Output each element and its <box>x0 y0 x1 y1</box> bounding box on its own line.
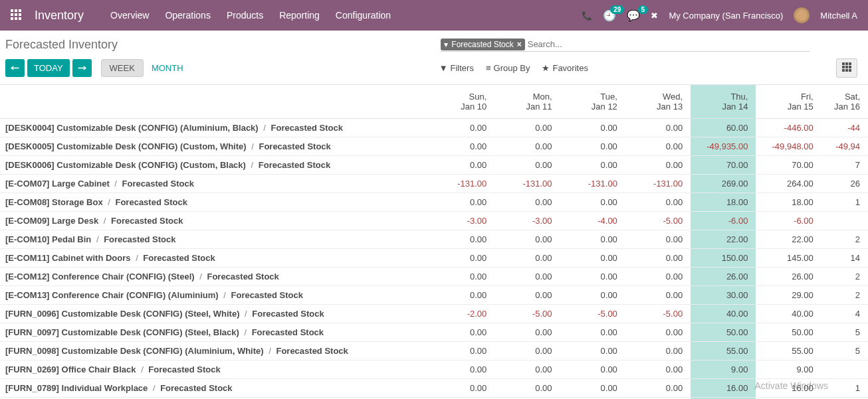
table-row[interactable]: [FURN_0098] Customizable Desk (CONFIG) (… <box>0 342 868 360</box>
menu-overview[interactable]: Overview <box>110 10 149 21</box>
cell-value[interactable]: 0.00 <box>560 119 625 137</box>
filters-button[interactable]: ▼Filters <box>439 63 474 73</box>
cell-value[interactable]: 0.00 <box>429 137 494 156</box>
cell-value[interactable]: 30.00 <box>691 286 756 305</box>
cell-value[interactable]: 26 <box>821 175 868 193</box>
cell-value[interactable]: -3.00 <box>429 212 494 230</box>
cell-value[interactable]: -5.00 <box>625 305 691 323</box>
cell-value[interactable]: 0.00 <box>625 379 691 398</box>
cell-value[interactable]: -49,935.00 <box>691 137 756 156</box>
table-row[interactable]: [FURN_0096] Customizable Desk (CONFIG) (… <box>0 305 868 323</box>
facet-remove-icon[interactable]: × <box>517 40 522 49</box>
grid-view-icon[interactable] <box>836 58 857 78</box>
cell-value[interactable]: 0.00 <box>560 193 625 212</box>
avatar[interactable] <box>794 7 810 23</box>
cell-value[interactable]: -6.00 <box>691 212 756 230</box>
cell-value[interactable]: 0.00 <box>429 360 494 379</box>
cell-value[interactable]: 269.00 <box>691 175 756 193</box>
cell-value[interactable]: 0.00 <box>429 286 494 305</box>
phone-icon[interactable]: 📞 <box>582 11 592 21</box>
table-row[interactable]: [E-COM11] Cabinet with Doors / Forecaste… <box>0 249 868 268</box>
cell-value[interactable]: 0.00 <box>625 230 691 249</box>
today-button[interactable]: TODAY <box>27 59 70 77</box>
scale-month[interactable]: MONTH <box>144 59 191 77</box>
table-row[interactable]: [DESK0004] Customizable Desk (CONFIG) (A… <box>0 119 868 137</box>
cell-value[interactable]: 0.00 <box>625 137 691 156</box>
table-row[interactable]: [E-COM12] Conference Chair (CONFIG) (Ste… <box>0 268 868 286</box>
cell-value[interactable]: 0.00 <box>560 249 625 268</box>
cell-value[interactable]: 29.00 <box>756 286 821 305</box>
cell-value[interactable]: 0.00 <box>560 379 625 398</box>
table-row[interactable]: [DESK0005] Customizable Desk (CONFIG) (C… <box>0 137 868 156</box>
cell-value[interactable]: 22.00 <box>691 230 756 249</box>
tools-icon[interactable]: ✖ <box>651 11 658 21</box>
cell-value[interactable]: 0.00 <box>494 379 560 398</box>
table-row[interactable]: [FURN_0097] Customizable Desk (CONFIG) (… <box>0 323 868 342</box>
next-button[interactable]: 🡒 <box>72 59 92 77</box>
cell-value[interactable]: 18.00 <box>756 193 821 212</box>
cell-value[interactable]: 0.00 <box>494 268 560 286</box>
cell-value[interactable]: 0.00 <box>560 342 625 360</box>
cell-value[interactable]: 0.00 <box>560 286 625 305</box>
cell-value[interactable]: 0.00 <box>429 323 494 342</box>
cell-value[interactable]: 26.00 <box>756 268 821 286</box>
cell-value[interactable]: 0.00 <box>494 342 560 360</box>
cell-value[interactable]: 0.00 <box>560 137 625 156</box>
apps-icon[interactable] <box>11 9 23 21</box>
cell-value[interactable]: 9.00 <box>756 360 821 379</box>
prev-button[interactable]: 🡐 <box>5 59 25 77</box>
search-input[interactable] <box>528 37 810 51</box>
cell-value[interactable]: 0.00 <box>429 119 494 137</box>
cell-value[interactable]: -2.00 <box>429 305 494 323</box>
cell-value[interactable]: 2 <box>821 286 868 305</box>
cell-value[interactable]: -6.00 <box>756 212 821 230</box>
cell-value[interactable]: 264.00 <box>756 175 821 193</box>
cell-value[interactable]: 0.00 <box>494 137 560 156</box>
cell-value[interactable]: 0.00 <box>560 323 625 342</box>
cell-value[interactable]: 2 <box>821 268 868 286</box>
cell-value[interactable]: 0.00 <box>625 360 691 379</box>
cell-value[interactable]: 0.00 <box>429 156 494 175</box>
cell-value[interactable]: 0.00 <box>625 342 691 360</box>
cell-value[interactable]: 0.00 <box>494 230 560 249</box>
cell-value[interactable]: -131.00 <box>429 175 494 193</box>
menu-operations[interactable]: Operations <box>165 10 210 21</box>
cell-value[interactable]: 55.00 <box>691 342 756 360</box>
cell-value[interactable]: 0.00 <box>429 249 494 268</box>
table-row[interactable]: [E-COM13] Conference Chair (CONFIG) (Alu… <box>0 286 868 305</box>
cell-value[interactable]: 1 <box>821 193 868 212</box>
cell-value[interactable]: 14 <box>821 249 868 268</box>
favorites-button[interactable]: ★Favorites <box>542 63 588 73</box>
menu-configuration[interactable]: Configuration <box>336 10 391 21</box>
cell-value[interactable]: 0.00 <box>494 323 560 342</box>
cell-value[interactable]: 0.00 <box>429 193 494 212</box>
cell-value[interactable]: -131.00 <box>494 175 560 193</box>
cell-value[interactable]: 0.00 <box>625 249 691 268</box>
cell-value[interactable]: 26.00 <box>691 268 756 286</box>
table-row[interactable]: [E-COM10] Pedal Bin / Forecasted Stock0.… <box>0 230 868 249</box>
cell-value[interactable]: -4.00 <box>560 212 625 230</box>
cell-value[interactable]: 50.00 <box>691 323 756 342</box>
menu-reporting[interactable]: Reporting <box>279 10 320 21</box>
cell-value[interactable]: 0.00 <box>429 342 494 360</box>
cell-value[interactable]: 4 <box>821 305 868 323</box>
search-facet[interactable]: ▾ Forecasted Stock × <box>441 39 524 50</box>
cell-value[interactable]: 1 <box>821 379 868 398</box>
cell-value[interactable]: 0.00 <box>494 360 560 379</box>
cell-value[interactable]: 9.00 <box>691 360 756 379</box>
cell-value[interactable]: 60.00 <box>691 119 756 137</box>
cell-value[interactable]: 145.00 <box>756 249 821 268</box>
table-row[interactable]: [FURN_0269] Office Chair Black / Forecas… <box>0 360 868 379</box>
cell-value[interactable]: -5.00 <box>560 305 625 323</box>
cell-value[interactable]: 0.00 <box>560 360 625 379</box>
cell-value[interactable]: -5.00 <box>494 305 560 323</box>
cell-value[interactable]: 5 <box>821 323 868 342</box>
cell-value[interactable]: -49,94 <box>821 137 868 156</box>
cell-value[interactable]: 0.00 <box>560 156 625 175</box>
cell-value[interactable]: 0.00 <box>560 230 625 249</box>
cell-value[interactable]: 0.00 <box>494 156 560 175</box>
cell-value[interactable]: 70.00 <box>756 156 821 175</box>
cell-value[interactable]: 0.00 <box>625 268 691 286</box>
cell-value[interactable]: 55.00 <box>756 342 821 360</box>
cell-value[interactable]: 40.00 <box>691 305 756 323</box>
